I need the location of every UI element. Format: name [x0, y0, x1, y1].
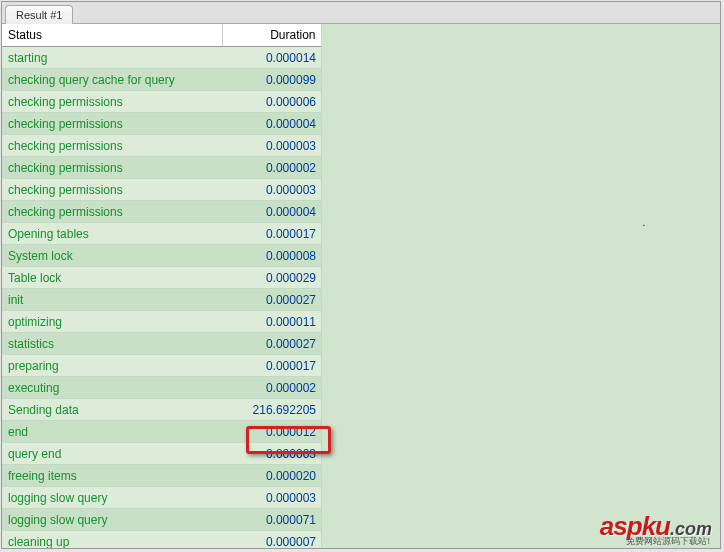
cell-status: freeing items: [2, 465, 222, 487]
table-row[interactable]: checking permissions0.000006: [2, 91, 322, 113]
content-area: Status Duration starting0.000014checking…: [2, 24, 720, 548]
watermark-subtitle: 免费网站源码下载站!: [626, 535, 710, 548]
cell-duration: 0.000027: [222, 289, 322, 311]
cell-duration: 0.000002: [222, 377, 322, 399]
table-row[interactable]: Sending data216.692205: [2, 399, 322, 421]
table-row[interactable]: query end0.000003: [2, 443, 322, 465]
table-row[interactable]: System lock0.000008: [2, 245, 322, 267]
cell-status: checking permissions: [2, 113, 222, 135]
cell-status: checking query cache for query: [2, 69, 222, 91]
cell-status: query end: [2, 443, 222, 465]
cell-status: logging slow query: [2, 509, 222, 531]
cell-duration: 0.000029: [222, 267, 322, 289]
cell-duration: 0.000012: [222, 421, 322, 443]
table-row[interactable]: starting0.000014: [2, 47, 322, 69]
table-row[interactable]: checking permissions0.000004: [2, 201, 322, 223]
context-dot: .: [637, 217, 651, 231]
cell-status: starting: [2, 47, 222, 69]
result-window: Result #1 Status Duration starting0.0000…: [1, 1, 721, 549]
tab-result-1[interactable]: Result #1: [5, 5, 73, 24]
cell-status: Table lock: [2, 267, 222, 289]
result-table-wrap: Status Duration starting0.000014checking…: [2, 24, 322, 548]
cell-status: Sending data: [2, 399, 222, 421]
header-status[interactable]: Status: [2, 24, 222, 47]
cell-status: end: [2, 421, 222, 443]
tab-bar: Result #1: [2, 2, 720, 24]
cell-status: preparing: [2, 355, 222, 377]
cell-duration: 0.000004: [222, 113, 322, 135]
cell-status: checking permissions: [2, 179, 222, 201]
cell-status: logging slow query: [2, 487, 222, 509]
table-row[interactable]: init0.000027: [2, 289, 322, 311]
table-row[interactable]: end0.000012: [2, 421, 322, 443]
cell-status: init: [2, 289, 222, 311]
table-row[interactable]: cleaning up0.000007: [2, 531, 322, 549]
cell-duration: 0.000003: [222, 179, 322, 201]
table-row[interactable]: Table lock0.000029: [2, 267, 322, 289]
table-row[interactable]: optimizing0.000011: [2, 311, 322, 333]
cell-duration: 0.000002: [222, 157, 322, 179]
cell-duration: 0.000020: [222, 465, 322, 487]
result-table: Status Duration starting0.000014checking…: [2, 24, 322, 548]
cell-duration: 0.000006: [222, 91, 322, 113]
table-row[interactable]: logging slow query0.000003: [2, 487, 322, 509]
cell-duration: 0.000099: [222, 69, 322, 91]
cell-status: checking permissions: [2, 201, 222, 223]
cell-duration: 0.000017: [222, 355, 322, 377]
cell-status: checking permissions: [2, 135, 222, 157]
cell-status: cleaning up: [2, 531, 222, 549]
cell-duration: 0.000003: [222, 443, 322, 465]
table-row[interactable]: statistics0.000027: [2, 333, 322, 355]
cell-status: Opening tables: [2, 223, 222, 245]
table-row[interactable]: checking permissions0.000002: [2, 157, 322, 179]
cell-duration: 216.692205: [222, 399, 322, 421]
header-row: Status Duration: [2, 24, 322, 47]
cell-duration: 0.000071: [222, 509, 322, 531]
header-duration[interactable]: Duration: [222, 24, 322, 47]
table-row[interactable]: Opening tables0.000017: [2, 223, 322, 245]
right-pane: [322, 24, 720, 548]
table-row[interactable]: checking permissions0.000004: [2, 113, 322, 135]
cell-status: statistics: [2, 333, 222, 355]
table-row[interactable]: freeing items0.000020: [2, 465, 322, 487]
cell-duration: 0.000003: [222, 135, 322, 157]
cell-duration: 0.000011: [222, 311, 322, 333]
cell-status: System lock: [2, 245, 222, 267]
cell-duration: 0.000004: [222, 201, 322, 223]
cell-duration: 0.000027: [222, 333, 322, 355]
cell-duration: 0.000017: [222, 223, 322, 245]
cell-status: executing: [2, 377, 222, 399]
table-row[interactable]: checking permissions0.000003: [2, 135, 322, 157]
table-row[interactable]: checking permissions0.000003: [2, 179, 322, 201]
table-row[interactable]: logging slow query0.000071: [2, 509, 322, 531]
cell-duration: 0.000014: [222, 47, 322, 69]
cell-duration: 0.000003: [222, 487, 322, 509]
table-row[interactable]: executing0.000002: [2, 377, 322, 399]
table-row[interactable]: preparing0.000017: [2, 355, 322, 377]
cell-duration: 0.000008: [222, 245, 322, 267]
cell-duration: 0.000007: [222, 531, 322, 549]
table-row[interactable]: checking query cache for query0.000099: [2, 69, 322, 91]
cell-status: checking permissions: [2, 91, 222, 113]
cell-status: optimizing: [2, 311, 222, 333]
cell-status: checking permissions: [2, 157, 222, 179]
